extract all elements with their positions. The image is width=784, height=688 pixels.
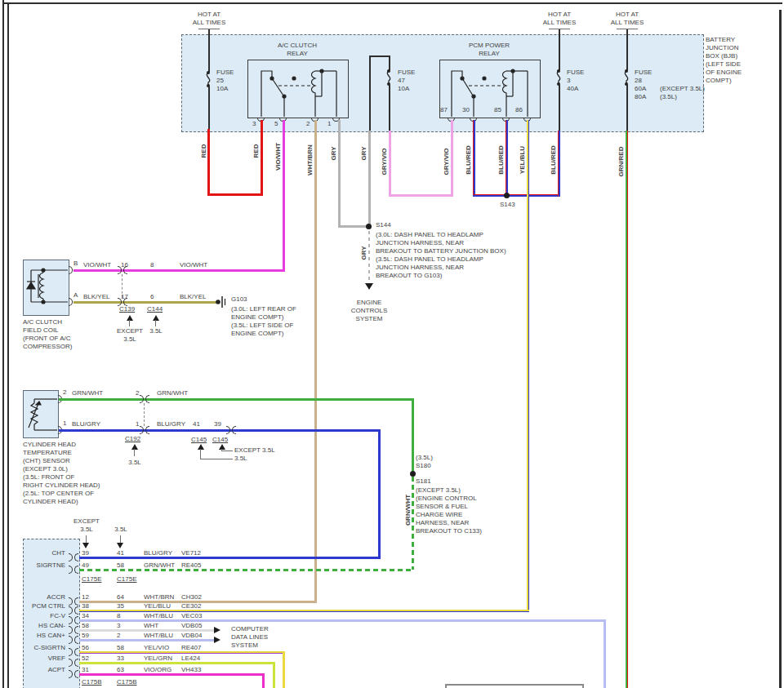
wire-blkyel [74, 301, 217, 304]
wire-blugry-vert [378, 429, 381, 559]
fuse47-num: 47 [398, 77, 405, 85]
fuse28-amp1: 60A [635, 85, 646, 93]
pcm-row-label: ACCR [11, 593, 65, 601]
label-yelblu: YEL/BLU [519, 141, 527, 179]
field-coil-pin-a-conn-icon [69, 298, 73, 306]
fuse28-name: FUSE [635, 69, 652, 77]
fuse-3-icon [553, 69, 564, 87]
pcm-row-conn-icon [74, 606, 78, 615]
splice-s181-note: (EXCEPT 3.5L) (ENGINE CONTROL SENSOR & F… [416, 486, 482, 535]
field-coil-pin-b: B [74, 260, 78, 268]
ac-pin3: 3 [252, 120, 256, 128]
pcm-row-conn-icon [74, 636, 78, 644]
wire-fuse47-top [369, 55, 390, 57]
splice-s144-note: (3.0L: DASH PANEL TO HEADLAMP JUNCTION H… [376, 231, 506, 280]
wire-sigrtne-row [79, 569, 414, 571]
pcm-row-conn-icon [74, 648, 78, 656]
c192-pin2: 2 [136, 389, 139, 397]
pcm-hdr2-arrow-stem [120, 535, 121, 543]
pcm-pin85: 85 [494, 106, 501, 114]
wiring-diagram: BATTERY JUNCTION BOX (BJB) (LEFT SIDE OF… [0, 0, 784, 688]
pcm-row-label: PCM CTRL [11, 602, 65, 610]
splice-s143-label: S143 [500, 201, 515, 209]
conn-c192: C192 [125, 435, 140, 443]
label-gry-a: GRY [330, 135, 338, 172]
pcm-row-label: HS CAN+ [11, 632, 65, 640]
c192-pin1: 1 [136, 420, 139, 428]
wire-blured-s143 [473, 194, 560, 197]
c139-condition: EXCEPT 3.5L [114, 327, 146, 344]
conn-c175b-a: C175B [82, 678, 101, 686]
fuse-28-icon [621, 69, 632, 87]
wire-red-bottom [207, 193, 263, 196]
wire-grnred-vert [626, 131, 628, 688]
pcm-row-label: SIGRTNE [11, 561, 65, 570]
fuse3-amp: 40A [567, 85, 578, 93]
splice-s143-dot [504, 193, 510, 198]
bjb-label: BATTERY JUNCTION BOX (BJB) (LEFT SIDE OF… [706, 36, 742, 85]
fuse28-amp2: 80A [635, 93, 646, 101]
label-grnwht-2: GRN/WHT [157, 389, 188, 397]
pcm-row-conn-icon [74, 626, 78, 634]
pcm-hdr2-arrow-icon [117, 543, 123, 548]
label-grnwht-vert: GRN/WHT [404, 491, 412, 529]
wire-fuse47-branch [369, 55, 371, 131]
pcm-row-label: C-SIGRTN [11, 644, 65, 652]
conn-c145-b: C145 [212, 436, 228, 444]
pcm-row-label: CHT [11, 549, 65, 557]
label-gryvio-a: GRY/VIO [381, 143, 389, 180]
pin-16: 16 [121, 261, 128, 269]
conn-c145-a: C145 [191, 436, 207, 444]
wire-vref-row [79, 662, 275, 664]
page-border-left-inner [7, 3, 9, 688]
fuse28-amp2-note: (3.5L) [660, 93, 677, 101]
pcm-row-label: FC-V [11, 612, 65, 620]
wire-feed-fuse25 [208, 29, 210, 72]
c139-arrow-icon [127, 315, 133, 321]
cht-pin1: 1 [63, 419, 66, 428]
splice-s144-dot [366, 224, 372, 229]
conn-c175b-b: C175B [117, 678, 136, 686]
label-blkyel-2: BLK/YEL [180, 293, 206, 301]
pcm-hdr1-arrow-icon [82, 543, 89, 548]
ac-relay-internals-icon [247, 60, 347, 117]
c192-condition: 3.5L [122, 459, 147, 467]
wire-fuse47-out [389, 85, 390, 131]
conn-c139: C139 [119, 305, 135, 313]
wire-gry-pin1 [338, 120, 341, 228]
pcm-relay-internals-icon [439, 60, 539, 117]
hot-label-3: HOT AT ALL TIMES [603, 11, 652, 27]
ac-pin1: 1 [327, 120, 331, 128]
wire-cht-row [79, 557, 381, 559]
c145-conn-left-icon [226, 426, 230, 434]
label-gry-b: GRY [360, 135, 368, 172]
engine-controls-arrow-icon [365, 283, 373, 290]
conn-c175e-a: C175E [82, 575, 101, 584]
wire-whtbrn-vert [314, 120, 317, 603]
wire-viowht-horiz [74, 269, 284, 272]
c139-arrow-stem [129, 320, 130, 326]
pcm-row-label: HS CAN- [11, 622, 65, 630]
splice-s144-label: S144 [376, 221, 391, 229]
fuse47-amp: 10A [398, 85, 409, 93]
c192-arrow-stem [134, 449, 135, 456]
label-grnred: GRN/RED [617, 143, 626, 180]
wire-vref-vert [273, 662, 275, 688]
c192-conn-bot-right-icon [145, 426, 149, 434]
label-blugry-1: BLU/GRY [72, 420, 100, 428]
fuse25-name: FUSE [216, 69, 234, 77]
c145-a-lead [200, 459, 233, 459]
s180-condition: (3.5L) [416, 454, 433, 462]
bottom-box-right-edge [582, 684, 584, 688]
pcm-header-35l: 3.5L [103, 526, 139, 534]
wire-blugry-horiz [59, 429, 381, 432]
wire-feed-fuse28 [626, 29, 628, 70]
computer-data-label: COMPUTER DATA LINES SYSTEM [231, 625, 269, 650]
wire-grnwht-horiz [59, 398, 414, 401]
wire-fuse25-out [208, 87, 210, 131]
label-red-b: RED [252, 132, 261, 170]
ac-pin5: 5 [274, 120, 278, 128]
wire-blured-pin85 [506, 120, 508, 197]
wire-csigrtn-row [79, 651, 285, 654]
hot-label-1: HOT AT ALL TIMES [185, 11, 234, 27]
